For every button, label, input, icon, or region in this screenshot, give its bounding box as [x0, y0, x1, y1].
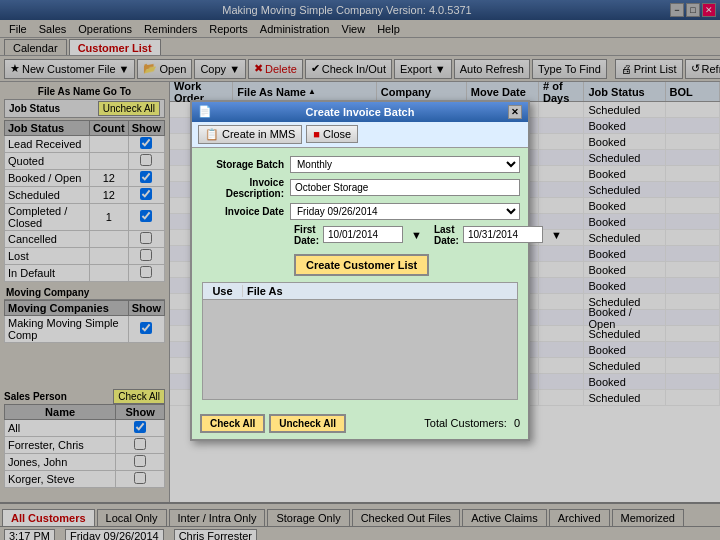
date-dropdown-1[interactable]: ▼: [411, 229, 422, 241]
last-date-label: Last Date:: [434, 224, 459, 246]
modal-body: Storage Batch Monthly Invoice Descriptio…: [192, 148, 528, 408]
invoice-date-row: Invoice Date Friday 09/26/2014: [200, 203, 520, 220]
date-range-row: First Date: ▼ Last Date: ▼: [200, 224, 520, 246]
total-customers-label: Total Customers: 0: [424, 417, 520, 429]
modal-footer: Check All Uncheck All Total Customers: 0: [192, 408, 528, 439]
modal-grid-body: [202, 300, 518, 400]
invoice-date-select[interactable]: Friday 09/26/2014: [290, 203, 520, 220]
close-red-icon: ■: [313, 128, 320, 140]
invoice-desc-row: Invoice Description:: [200, 177, 520, 199]
last-date-input[interactable]: [463, 226, 543, 243]
modal-close-button[interactable]: ✕: [508, 105, 522, 119]
modal-grid-header: Use File As: [202, 282, 518, 300]
modal-title-text: Create Invoice Batch: [306, 106, 415, 118]
total-count: 0: [514, 417, 520, 429]
create-icon: 📋: [205, 128, 219, 141]
invoice-desc-input[interactable]: [290, 179, 520, 196]
invoice-date-label: Invoice Date: [200, 206, 290, 217]
first-date-input[interactable]: [323, 226, 403, 243]
date-dropdown-2[interactable]: ▼: [551, 229, 562, 241]
modal-title-bar: 📄 Create Invoice Batch ✕: [192, 102, 528, 122]
storage-batch-label: Storage Batch: [200, 159, 290, 170]
create-in-mms-button[interactable]: 📋 Create in MMS: [198, 125, 302, 144]
modal-col-use: Use: [203, 285, 243, 297]
modal-overlay: 📄 Create Invoice Batch ✕ 📋 Create in MMS…: [0, 0, 720, 540]
modal-col-file-as: File As: [243, 285, 517, 297]
modal-footer-buttons: Check All Uncheck All: [200, 414, 346, 433]
check-all-modal-button[interactable]: Check All: [200, 414, 265, 433]
modal-title-icon: 📄: [198, 105, 212, 118]
storage-batch-row: Storage Batch Monthly: [200, 156, 520, 173]
storage-batch-select[interactable]: Monthly: [290, 156, 520, 173]
first-date-label: First Date:: [294, 224, 319, 246]
uncheck-all-modal-button[interactable]: Uncheck All: [269, 414, 346, 433]
modal-close-btn[interactable]: ■ Close: [306, 125, 358, 143]
create-customer-list-button[interactable]: Create Customer List: [294, 254, 429, 276]
invoice-desc-label: Invoice Description:: [200, 177, 290, 199]
create-invoice-batch-modal: 📄 Create Invoice Batch ✕ 📋 Create in MMS…: [190, 100, 530, 441]
modal-toolbar: 📋 Create in MMS ■ Close: [192, 122, 528, 148]
